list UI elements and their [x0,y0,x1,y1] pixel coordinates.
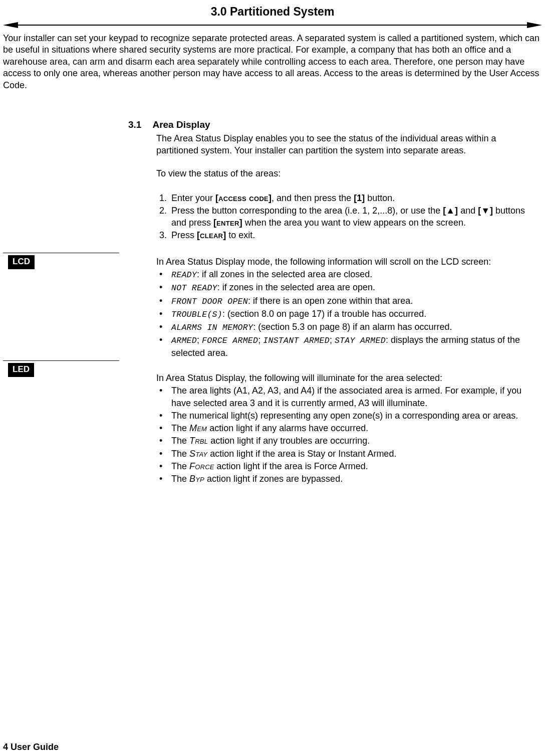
divider-left-arrow [3,22,18,28]
section-number: 3.1 [128,118,141,131]
svg-marker-0 [3,22,18,28]
section-p1: The Area Status Display enables you to s… [156,132,539,157]
enter-key: [enter] [213,218,242,228]
right-column: 3.1 Area Display The Area Status Display… [128,118,542,486]
lcd-item: TROUBLE(S): (section 8.0 on page 17) if … [156,308,539,320]
led-item: The Byp action light if zones are bypass… [156,473,539,485]
up-arrow-key: [▲] [443,206,458,216]
lcd-item: ALARMS IN MEMORY: (section 5.3 on page 8… [156,321,539,333]
led-bullets: The area lights (A1, A2, A3, and A4) if … [156,385,539,485]
intro-paragraph: Your installer can set your keypad to re… [3,33,542,91]
led-lead: In Area Status Display, the following wi… [156,372,539,384]
lcd-lead: In Area Status Display mode, the followi… [156,256,539,268]
led-item: The Mem action light if any alarms have … [156,422,539,434]
lcd-item: FRONT DOOR OPEN: if there is an open zon… [156,295,539,307]
lcd-tag-block: LCD [3,253,128,269]
lcd-tag: LCD [8,255,35,269]
divider-right-arrow [527,22,542,28]
page-title: 3.0 Partitioned System [3,4,542,20]
access-code-key: [access code] [215,193,271,203]
section-title: Area Display [152,118,210,131]
led-item: The Trbl action light if any troubles ar… [156,435,539,447]
led-item: The area lights (A1, A2, A3, and A4) if … [156,385,539,409]
lcd-item: ARMED; FORCE ARMED; INSTANT ARMED; STAY … [156,334,539,359]
svg-marker-1 [527,22,542,28]
clear-key: [clear] [197,230,226,240]
key-1: [1] [354,193,365,203]
step-2: Press the button corresponding to the ar… [169,205,539,229]
header-divider [3,22,542,29]
step-1: Enter your [access code], and then press… [169,192,539,204]
led-item: The Stay action light if the area is Sta… [156,448,539,460]
step-3: Press [clear] to exit. [169,229,539,241]
content-row: LCD LED 3.1 Area Display The Area Status… [3,118,542,486]
lcd-item: READY: if all zones in the selected area… [156,268,539,281]
lcd-item: NOT READY: if zones in the selected area… [156,281,539,294]
led-item: The Force action light if the area is Fo… [156,460,539,472]
lcd-bullets: READY: if all zones in the selected area… [156,268,539,359]
led-tag: LED [8,363,34,377]
steps-list: Enter your [access code], and then press… [156,192,539,242]
left-column: LCD LED [3,118,128,486]
section-heading: 3.1 Area Display [128,118,539,131]
page-footer: 4 User Guide [3,741,59,753]
led-tag-block: LED [3,360,128,377]
section-p2: To view the status of the areas: [156,167,539,179]
down-arrow-key: [▼] [478,206,493,216]
led-item: The numerical light(s) representing any … [156,410,539,422]
